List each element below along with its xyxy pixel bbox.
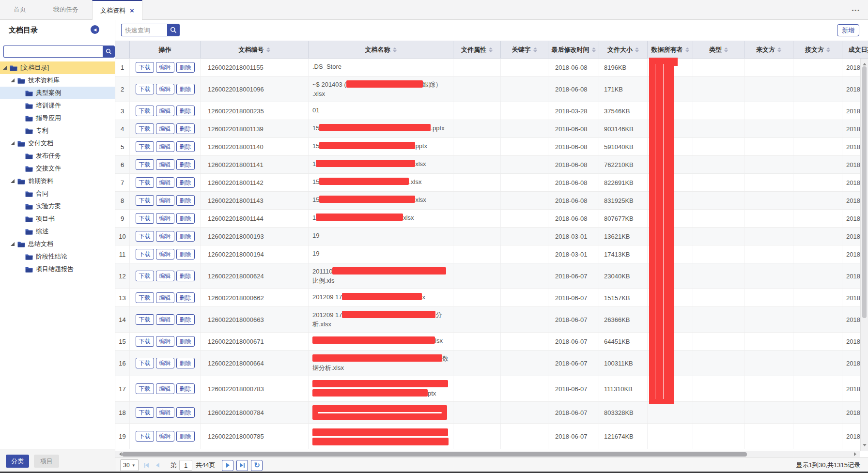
scroll-up-icon[interactable] [863, 61, 867, 65]
download-button[interactable]: 下载 [136, 383, 154, 394]
download-button[interactable]: 下载 [136, 106, 154, 116]
delete-button[interactable]: 删除 [176, 177, 195, 188]
first-page-button[interactable] [143, 460, 150, 471]
download-button[interactable]: 下载 [136, 314, 154, 325]
edit-button[interactable]: 编辑 [156, 123, 174, 134]
edit-button[interactable]: 编辑 [156, 292, 174, 303]
edit-button[interactable]: 编辑 [156, 431, 174, 442]
scroll-right-icon[interactable] [854, 452, 858, 456]
column-header-to[interactable]: 接文方 [793, 41, 842, 58]
delete-button[interactable]: 删除 [176, 358, 195, 368]
delete-button[interactable]: 删除 [176, 62, 195, 73]
edit-button[interactable]: 编辑 [156, 106, 174, 116]
edit-button[interactable]: 编辑 [156, 159, 174, 170]
sidebar-collapse-button[interactable]: ◀ [91, 25, 99, 34]
edit-button[interactable]: 编辑 [156, 407, 174, 418]
expand-caret-icon[interactable] [11, 179, 15, 183]
tab-my-tasks[interactable]: 我的任务 [40, 0, 92, 19]
quick-search-input[interactable] [121, 24, 167, 36]
expand-caret-icon[interactable] [3, 66, 7, 70]
download-button[interactable]: 下载 [136, 249, 154, 259]
column-header-doc-id[interactable]: 文档编号 [201, 41, 309, 58]
download-button[interactable]: 下载 [136, 159, 154, 170]
delete-button[interactable]: 删除 [176, 159, 195, 170]
tree-item[interactable]: 技术资料库 [0, 74, 115, 87]
page-size-select[interactable]: 30 ▼ [120, 459, 139, 471]
download-button[interactable]: 下载 [136, 195, 154, 206]
download-button[interactable]: 下载 [136, 84, 154, 94]
column-header-type[interactable]: 类型 [693, 41, 744, 58]
add-button[interactable]: 新增 [837, 24, 859, 36]
delete-button[interactable]: 删除 [176, 383, 195, 394]
column-header-owner[interactable]: 数据所有者 [648, 41, 693, 58]
edit-button[interactable]: 编辑 [156, 62, 174, 73]
tree-item[interactable]: [文档目录] [0, 61, 115, 74]
quick-search-button[interactable] [167, 24, 180, 36]
delete-button[interactable]: 删除 [176, 314, 195, 325]
page-number-input[interactable] [179, 460, 192, 471]
column-header-from[interactable]: 来文方 [744, 41, 793, 58]
delete-button[interactable]: 删除 [176, 407, 195, 418]
delete-button[interactable]: 删除 [176, 195, 195, 206]
tree-item[interactable]: 前期资料 [0, 175, 115, 187]
tree-item[interactable]: 项目书 [0, 213, 115, 225]
tree-item[interactable]: 培训课件 [0, 99, 115, 112]
tree-item[interactable]: 阶段性结论 [0, 250, 115, 263]
tab-document-data[interactable]: 文档资料 × [92, 0, 142, 20]
edit-button[interactable]: 编辑 [156, 314, 174, 325]
expand-caret-icon[interactable] [11, 78, 15, 82]
edit-button[interactable]: 编辑 [156, 383, 174, 394]
download-button[interactable]: 下载 [136, 123, 154, 134]
download-button[interactable]: 下载 [136, 292, 154, 303]
sidebar-search-button[interactable] [103, 46, 115, 58]
expand-caret-icon[interactable] [11, 242, 15, 246]
next-page-button[interactable] [222, 460, 233, 471]
edit-button[interactable]: 编辑 [156, 249, 174, 259]
column-header-date[interactable]: 成文日期 [842, 41, 868, 58]
column-header-doc-name[interactable]: 文档名称 [309, 41, 453, 58]
tab-home[interactable]: 首页 [0, 0, 40, 19]
download-button[interactable]: 下载 [136, 271, 154, 281]
delete-button[interactable]: 删除 [176, 249, 195, 259]
delete-button[interactable]: 删除 [176, 84, 195, 94]
classify-tab-button[interactable]: 分类 [6, 455, 29, 468]
edit-button[interactable]: 编辑 [156, 336, 174, 347]
column-header-file-attr[interactable]: 文件属性 [453, 41, 501, 58]
delete-button[interactable]: 删除 [176, 336, 195, 347]
delete-button[interactable]: 删除 [176, 213, 195, 224]
delete-button[interactable]: 删除 [176, 292, 195, 303]
tree-item[interactable]: 实验方案 [0, 200, 115, 213]
delete-button[interactable]: 删除 [176, 271, 195, 281]
tree-item[interactable]: 总结文档 [0, 238, 115, 250]
horizontal-scrollbar-thumb[interactable] [122, 452, 747, 457]
tree-item[interactable]: 交接文件 [0, 162, 115, 175]
edit-button[interactable]: 编辑 [156, 213, 174, 224]
download-button[interactable]: 下载 [136, 407, 154, 418]
tree-item[interactable]: 专利 [0, 124, 115, 137]
delete-button[interactable]: 删除 [176, 123, 195, 134]
horizontal-scrollbar[interactable] [115, 451, 860, 457]
vertical-scrollbar[interactable] [860, 59, 868, 451]
refresh-button[interactable]: ↻ [251, 460, 263, 471]
tree-item[interactable]: 项目结题报告 [0, 263, 115, 275]
download-button[interactable]: 下载 [136, 213, 154, 224]
column-header-keyword[interactable]: 关键字 [501, 41, 548, 58]
delete-button[interactable]: 删除 [176, 141, 195, 152]
tab-close-icon[interactable]: × [130, 6, 134, 15]
tree-item[interactable]: 合同 [0, 187, 115, 200]
edit-button[interactable]: 编辑 [156, 84, 174, 94]
edit-button[interactable]: 编辑 [156, 195, 174, 206]
download-button[interactable]: 下载 [136, 177, 154, 188]
download-button[interactable]: 下载 [136, 141, 154, 152]
delete-button[interactable]: 删除 [176, 431, 195, 442]
edit-button[interactable]: 编辑 [156, 231, 174, 242]
tree-item[interactable]: 发布任务 [0, 150, 115, 162]
expand-caret-icon[interactable] [11, 141, 15, 145]
download-button[interactable]: 下载 [136, 62, 154, 73]
scroll-down-icon[interactable] [863, 444, 867, 448]
prev-page-button[interactable] [154, 460, 161, 471]
edit-button[interactable]: 编辑 [156, 271, 174, 281]
last-page-button[interactable] [236, 460, 248, 471]
column-header-modified[interactable]: 最后修改时间 [548, 41, 599, 58]
edit-button[interactable]: 编辑 [156, 358, 174, 368]
